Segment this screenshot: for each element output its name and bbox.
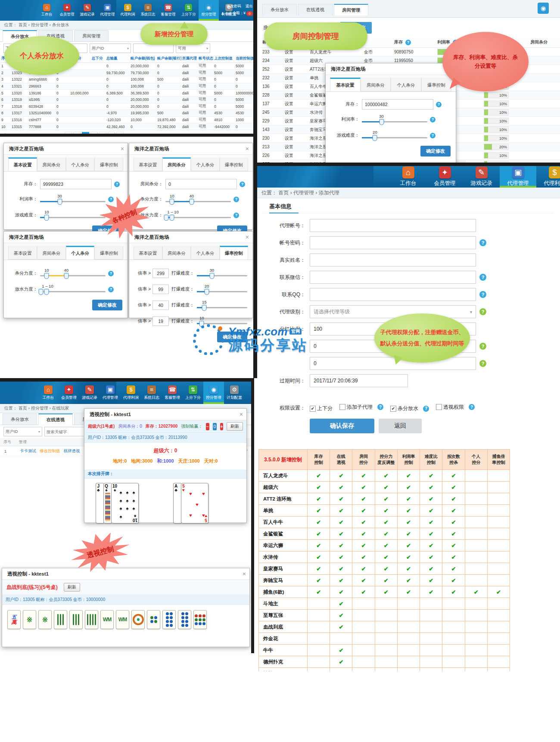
nav-item-score-control[interactable]: ◉ 控分管理	[199, 0, 219, 21]
dialog-tab-1[interactable]: 房间杀分	[37, 246, 66, 260]
settings-link[interactable]: 设置	[283, 100, 308, 108]
nav-item-members[interactable]: ✦ 会员管理	[57, 0, 77, 21]
form-input[interactable]	[310, 271, 476, 284]
field-input[interactable]: 0	[165, 179, 237, 189]
nav-item-workbench[interactable]: ⌂ 工作台	[37, 0, 57, 21]
form-input[interactable]	[310, 288, 476, 301]
help-icon[interactable]: ?	[233, 213, 239, 218]
rate-input[interactable]: 19	[152, 316, 169, 326]
settings-link[interactable]: 设置	[283, 56, 308, 65]
dialog-tab-3[interactable]: 爆率控制	[220, 246, 249, 260]
help-icon[interactable]: ?	[436, 102, 442, 107]
nav-item-workbench[interactable]: ⌂ 工作台	[390, 166, 426, 188]
tab-1[interactable]: 在线透视	[38, 413, 73, 425]
settings-link[interactable]: 设置	[283, 65, 308, 74]
help-icon[interactable]: ?	[479, 291, 486, 298]
help-icon[interactable]: ?	[430, 133, 436, 138]
dialog-tab-2[interactable]: 个人杀分	[66, 157, 95, 171]
nav-item-agent-profit[interactable]: $ 代理利润	[536, 166, 560, 188]
nav-item-agent-management[interactable]: ▣ 代理管理	[97, 0, 118, 21]
close-icon[interactable]: ×	[246, 232, 249, 243]
slider[interactable]: 15	[197, 299, 247, 311]
field-input[interactable]: 99999823	[40, 179, 112, 189]
nav-item-members[interactable]: ✦ 会员管理	[426, 166, 463, 188]
settings-link[interactable]: 设置	[283, 151, 308, 160]
close-icon[interactable]: ×	[240, 409, 243, 420]
help-icon[interactable]: ?	[423, 406, 429, 412]
close-icon[interactable]: ×	[121, 143, 124, 154]
status-select[interactable]: 可用▾	[176, 44, 210, 53]
nav-item-score-updown[interactable]: ⇅ 上分下分	[183, 382, 203, 404]
settings-link[interactable]: 设置	[283, 74, 308, 82]
nav-item-workbench[interactable]: ⌂ 工作台	[38, 382, 59, 404]
range-slider[interactable]: 1040	[165, 193, 231, 205]
slider[interactable]: 30	[197, 267, 247, 279]
slider-thumb[interactable]	[205, 289, 209, 295]
rate-input[interactable]: 40	[152, 301, 169, 310]
nav-item-customer-service[interactable]: ☎ 客服管理	[162, 382, 183, 404]
back-button[interactable]: 返回	[379, 419, 422, 433]
help-icon[interactable]: ?	[479, 360, 486, 367]
player-link[interactable]: 卡卡测试	[20, 448, 36, 454]
dialog-tab-3[interactable]: 爆率控制	[94, 157, 123, 171]
help-icon[interactable]: ?	[114, 182, 120, 187]
agent-level-select[interactable]: 请选择代理等级▾	[310, 305, 476, 318]
tab-0[interactable]: 杀分放水	[3, 413, 37, 425]
dialog-tab-2[interactable]: 个人杀分	[191, 157, 220, 171]
slider-thumb-low[interactable]	[170, 199, 174, 205]
settings-link[interactable]: 设置	[283, 117, 308, 125]
user-id-select[interactable]: 用户ID▾	[3, 427, 42, 436]
dialog-tab-1[interactable]: 房间杀分	[361, 78, 391, 91]
slider[interactable]: 30	[40, 193, 106, 205]
checkbox-透视权限[interactable]	[436, 404, 442, 410]
nav-item-score-control[interactable]: ◉ 控分管理	[203, 382, 224, 404]
dialog-tab-0[interactable]: 基本设置	[8, 157, 37, 171]
checkbox-添加子代理[interactable]	[339, 404, 345, 410]
slider-thumb[interactable]	[57, 199, 62, 205]
settings-link[interactable]: 设置	[283, 82, 308, 91]
user-id-input[interactable]	[133, 44, 174, 53]
slider[interactable]: 10	[40, 209, 106, 221]
slider-thumb[interactable]	[202, 305, 207, 311]
dialog-tab-3[interactable]: 爆率控制	[220, 157, 249, 171]
nav-item-agent-management[interactable]: ▣ 代理管理	[500, 166, 536, 188]
confirm-save-button[interactable]: 确认保存	[310, 419, 374, 433]
nav-item-plan-config[interactable]: ⚙ 计划配置	[224, 382, 245, 404]
slider-thumb[interactable]	[209, 273, 214, 279]
nav-item-agent-profit[interactable]: $ 代理利润	[121, 382, 141, 404]
range-slider[interactable]: 1 – 10	[40, 283, 106, 295]
slider-thumb-high[interactable]	[189, 199, 194, 205]
user-id-select[interactable]: 用户ID▾	[90, 44, 131, 53]
settings-link[interactable]: 设置	[283, 91, 308, 100]
settings-link[interactable]: 设置	[283, 134, 308, 143]
help-icon[interactable]: ?	[108, 271, 114, 276]
tab-2[interactable]: 房间管理	[74, 30, 109, 41]
change-password-link[interactable]: 修改密码	[227, 4, 241, 8]
help-icon[interactable]: ?	[108, 287, 114, 292]
expire-time-input[interactable]: 2017/11/7 20:06:39	[310, 374, 408, 387]
decrease-button[interactable]: −	[206, 423, 209, 430]
slider[interactable]: 30	[362, 113, 427, 125]
confirm-modify-button[interactable]: 确定修改	[92, 300, 122, 310]
help-icon[interactable]: ?	[233, 197, 239, 202]
help-icon[interactable]: ?	[377, 404, 383, 410]
range-slider[interactable]: 1 – 10	[165, 209, 231, 221]
dialog-tab-2[interactable]: 个人杀分	[191, 246, 220, 260]
slider-thumb[interactable]	[379, 119, 384, 125]
slider-thumb-high[interactable]	[170, 215, 174, 221]
help-icon[interactable]: ?	[108, 197, 114, 202]
dialog-tab-2[interactable]: 个人杀分	[391, 78, 421, 91]
increase-button[interactable]: +	[220, 423, 223, 430]
help-icon[interactable]: ?	[405, 40, 411, 45]
slider-thumb-high[interactable]	[64, 273, 68, 279]
settings-link[interactable]: 设置	[283, 125, 308, 134]
board-perspective-link[interactable]: 棋牌透视	[64, 448, 80, 454]
refresh-button[interactable]: 刷新	[227, 422, 243, 431]
nav-item-system-log[interactable]: ≡ 系统日志	[141, 382, 162, 404]
nav-item-game-records[interactable]: ✎ 游戏记录	[79, 382, 100, 404]
logout-link[interactable]: 退出	[246, 4, 253, 8]
dialog-tab-0[interactable]: 基本设置	[134, 246, 162, 260]
help-icon[interactable]: ?	[479, 308, 486, 315]
slider[interactable]: 20	[197, 283, 247, 295]
dialog-tab-0[interactable]: 基本设置	[330, 78, 361, 91]
